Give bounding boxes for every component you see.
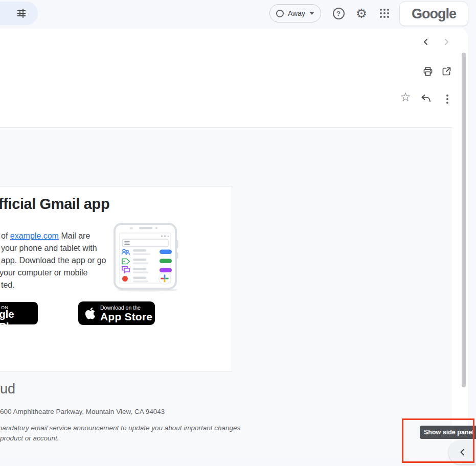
body-line: your computer or mobile — [0, 267, 106, 279]
chevron-left-icon — [422, 38, 430, 46]
body-text: Mail are — [59, 231, 90, 240]
more-options-button[interactable] — [440, 92, 455, 106]
compose-fab-icon — [159, 273, 171, 285]
email-body-text: of example.com Mail are your phone and t… — [1, 230, 106, 291]
appstore-badge-caption: Download on the — [100, 305, 152, 311]
footer-disclaimer-line: product or account. — [0, 434, 59, 442]
google-apps-button[interactable] — [379, 8, 390, 19]
gmail-app-illustration — [109, 222, 183, 293]
older-email-button[interactable] — [439, 35, 454, 49]
annotation-highlight-box — [402, 418, 474, 463]
body-line: app. Download the app or go — [1, 254, 106, 267]
star-button[interactable]: ☆ — [398, 90, 413, 104]
google-play-badge[interactable]: ON gle Play — [0, 302, 38, 324]
help-icon: ? — [333, 8, 345, 19]
chevron-down-icon — [309, 12, 314, 15]
gear-icon: ⚙ — [356, 6, 367, 21]
search-options-button[interactable] — [0, 2, 38, 25]
reply-button[interactable] — [419, 91, 433, 105]
apple-logo-icon — [85, 307, 96, 320]
gmail-window: Away ? ⚙ Google — [0, 0, 476, 466]
body-line: ted. — [1, 279, 106, 291]
play-badge-title: gle Play — [0, 308, 38, 333]
workspace-logo: Google — [399, 2, 468, 26]
reply-icon — [420, 92, 432, 104]
email-heading: fficial Gmail app — [0, 196, 109, 213]
footer-logo-fragment: ud — [0, 381, 15, 397]
footer-disclaimer-line: mandatory email service announcement to … — [0, 424, 240, 432]
newer-email-button[interactable] — [419, 35, 433, 49]
appstore-badge-title: App Store — [100, 311, 152, 322]
footer-address: 600 Amphitheatre Parkway, Mountain View,… — [0, 408, 165, 415]
print-button[interactable] — [421, 64, 435, 79]
open-in-new-icon — [441, 66, 452, 77]
star-icon: ☆ — [400, 90, 411, 104]
more-vert-icon — [446, 95, 448, 97]
settings-button[interactable]: ⚙ — [354, 6, 369, 21]
chevron-right-icon — [442, 38, 450, 46]
body-line: your phone and tablet with — [1, 242, 106, 254]
red-dot-icon — [122, 276, 128, 282]
scrollbar-thumb[interactable] — [462, 53, 466, 387]
print-icon — [422, 66, 434, 77]
example-com-link[interactable]: example.com — [10, 231, 59, 240]
phone-illustration — [109, 222, 183, 293]
help-button[interactable]: ? — [332, 7, 345, 20]
google-logo-text: Google — [412, 6, 456, 22]
tune-icon — [16, 8, 27, 18]
apps-grid-icon — [380, 9, 389, 18]
body-text: of — [1, 231, 10, 240]
availability-status-chip[interactable]: Away — [269, 4, 321, 22]
open-in-new-window-button[interactable] — [439, 64, 454, 79]
status-label: Away — [288, 9, 305, 17]
body-line: of example.com Mail are — [1, 230, 106, 242]
presence-icon — [276, 10, 284, 17]
app-store-badge[interactable]: Download on the App Store — [78, 301, 155, 325]
